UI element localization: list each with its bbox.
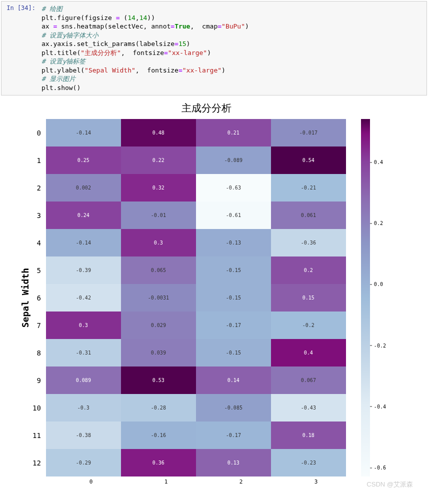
heatmap-cell: -0.15 [196,284,271,312]
heatmap-cell: 0.039 [121,339,196,366]
heatmap-cell: 0.48 [121,119,196,146]
heatmap-cell: -0.23 [271,449,346,476]
x-axis-ticks: 0123 [54,476,354,485]
heatmap-cell: 0.13 [196,449,271,476]
heatmap-cell: 0.3 [121,229,196,256]
heatmap-cell: 0.089 [46,366,121,394]
y-tick: 10 [32,394,43,422]
y-tick: 2 [32,174,43,202]
heatmap-cell: 0.18 [271,422,346,449]
x-tick: 0 [54,476,128,485]
heatmap-grid: -0.140.480.21-0.0170.250.22-0.0890.540.0… [46,119,346,476]
heatmap-cell: -0.61 [196,202,271,229]
heatmap-cell: -0.13 [196,229,271,256]
code-input[interactable]: # 绘图 plt.figure(figsize = (14,14)) ax = … [38,2,426,95]
y-tick: 4 [32,229,43,256]
heatmap-cell: 0.22 [121,146,196,174]
heatmap-cell: -0.38 [46,422,121,449]
input-prompt: In [34]: [2,2,38,95]
heatmap-cell: -0.36 [271,229,346,256]
heatmap-cell: 0.32 [121,174,196,202]
y-tick: 8 [32,339,43,366]
heatmap-cell: 0.53 [121,366,196,394]
y-tick: 6 [32,284,43,312]
y-axis-label: Sepal Width [20,268,30,328]
chart-container: Sepal Width 0123456789101112 -0.140.480.… [0,119,428,476]
heatmap-cell: -0.0031 [121,284,196,312]
heatmap-cell: 0.4 [271,339,346,366]
heatmap-cell: -0.017 [271,119,346,146]
y-tick: 9 [32,366,43,394]
colorbar-tick: -0.4 [374,404,386,409]
heatmap-cell: -0.2 [271,312,346,339]
heatmap-cell: -0.085 [196,394,271,422]
heatmap-cell: 0.029 [121,312,196,339]
heatmap-cell: 0.2 [271,256,346,284]
heatmap-cell: -0.31 [46,339,121,366]
chart-title: 主成分分析 [0,102,428,115]
heatmap-cell: -0.42 [46,284,121,312]
heatmap-cell: -0.43 [271,394,346,422]
heatmap-cell: -0.14 [46,119,121,146]
y-tick: 0 [32,119,43,146]
y-tick: 3 [32,202,43,229]
y-axis-ticks: 0123456789101112 [32,119,43,476]
heatmap-cell: 0.067 [271,366,346,394]
x-tick: 1 [128,476,204,485]
x-tick: 2 [204,476,278,485]
heatmap-cell: -0.01 [121,202,196,229]
heatmap-cell: -0.089 [196,146,271,174]
colorbar-gradient [361,119,370,476]
output-area: 主成分分析 Sepal Width 0123456789101112 -0.14… [0,96,428,490]
colorbar-tick: 0.0 [374,282,383,287]
code-cell: In [34]: # 绘图 plt.figure(figsize = (14,1… [1,1,427,96]
y-tick: 12 [32,449,43,476]
heatmap-cell: -0.16 [121,422,196,449]
heatmap-cell: -0.15 [196,256,271,284]
heatmap-cell: 0.061 [271,202,346,229]
heatmap-cell: -0.15 [196,339,271,366]
heatmap-cell: -0.63 [196,174,271,202]
heatmap-cell: -0.28 [121,394,196,422]
colorbar-tick: -0.2 [374,342,386,348]
heatmap-cell: 0.3 [46,312,121,339]
x-tick: 3 [278,476,354,485]
heatmap-cell: 0.065 [121,256,196,284]
heatmap-cell: -0.14 [46,229,121,256]
heatmap-cell: 0.15 [271,284,346,312]
colorbar: 0.40.20.0-0.2-0.4-0.6 [361,119,390,476]
colorbar-ticks: 0.40.20.0-0.2-0.4-0.6 [370,119,390,476]
y-tick: 7 [32,312,43,339]
y-tick: 5 [32,256,43,284]
heatmap-cell: 0.14 [196,366,271,394]
heatmap-cell: 0.21 [196,119,271,146]
heatmap-cell: 0.36 [121,449,196,476]
heatmap-cell: -0.17 [196,312,271,339]
heatmap-cell: -0.29 [46,449,121,476]
heatmap-cell: 0.25 [46,146,121,174]
colorbar-tick: 0.2 [374,220,383,226]
colorbar-tick: 0.4 [374,160,383,165]
heatmap-cell: -0.21 [271,174,346,202]
y-tick: 1 [32,146,43,174]
watermark: CSDN @艾派森 [366,480,413,489]
heatmap-cell: -0.3 [46,394,121,422]
y-tick: 11 [32,422,43,449]
heatmap-cell: 0.54 [271,146,346,174]
heatmap-cell: 0.002 [46,174,121,202]
heatmap-cell: -0.39 [46,256,121,284]
colorbar-tick: -0.6 [374,465,386,470]
heatmap-cell: 0.24 [46,202,121,229]
heatmap-cell: -0.17 [196,422,271,449]
